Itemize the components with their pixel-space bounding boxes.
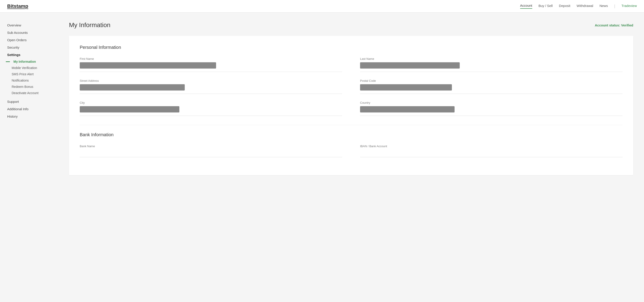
sidebar-item-additional-info[interactable]: Additional Info	[7, 105, 54, 113]
sidebar-sub-menu: My Information Mobile Verification SMS P…	[7, 59, 54, 96]
header: Bitstamp Account Buy / Sell Deposit With…	[0, 0, 644, 13]
country-value	[360, 106, 622, 116]
first-name-field: First Name	[80, 57, 342, 72]
sidebar-item-security[interactable]: Security	[7, 44, 54, 51]
account-status: Account status: Verified	[595, 23, 633, 27]
page-wrapper: Overview Sub Accounts Open Orders Securi…	[0, 13, 644, 302]
sidebar-item-open-orders[interactable]: Open Orders	[7, 36, 54, 44]
first-name-bar	[80, 62, 216, 69]
city-bar	[80, 106, 179, 112]
account-status-value: Verified	[621, 23, 633, 27]
nav-account[interactable]: Account	[520, 4, 532, 9]
nav-withdrawal[interactable]: Withdrawal	[576, 4, 593, 9]
street-address-bar	[80, 84, 185, 91]
first-name-label: First Name	[80, 57, 342, 61]
sidebar-item-notifications[interactable]: Notifications	[12, 77, 54, 84]
logo[interactable]: Bitstamp	[7, 3, 28, 9]
sidebar-item-settings[interactable]: Settings	[7, 51, 54, 59]
sidebar-item-overview[interactable]: Overview	[7, 22, 54, 29]
bank-name-value	[80, 150, 342, 157]
bank-info-grid: Bank Name IBAN / Bank Account	[80, 145, 622, 157]
personal-info-grid: First Name Last Name Street Address	[80, 57, 622, 116]
nav-tradeview[interactable]: Tradeview	[622, 4, 637, 9]
nav-buy-sell[interactable]: Buy / Sell	[538, 4, 553, 9]
country-label: Country	[360, 101, 622, 104]
postal-code-value	[360, 84, 622, 94]
city-value	[80, 106, 342, 116]
sidebar-item-redeem-bonus[interactable]: Redeem Bonus	[12, 84, 54, 90]
last-name-bar	[360, 62, 460, 69]
sidebar-item-sms-price-alert[interactable]: SMS Price Alert	[12, 71, 54, 77]
iban-field: IBAN / Bank Account	[360, 145, 622, 157]
main-nav: Account Buy / Sell Deposit Withdrawal Ne…	[520, 4, 637, 9]
bank-name-field: Bank Name	[80, 145, 342, 157]
bank-info-title: Bank Information	[80, 132, 622, 137]
country-field: Country	[360, 101, 622, 116]
info-card: Personal Information First Name Last Nam…	[69, 36, 633, 175]
first-name-value	[80, 62, 342, 72]
city-field: City	[80, 101, 342, 116]
street-address-label: Street Address	[80, 79, 342, 83]
street-address-value	[80, 84, 342, 94]
personal-info-title: Personal Information	[80, 45, 622, 50]
city-label: City	[80, 101, 342, 104]
sidebar: Overview Sub Accounts Open Orders Securi…	[0, 13, 58, 302]
sidebar-item-sub-accounts[interactable]: Sub Accounts	[7, 29, 54, 36]
page-header: My Information Account status: Verified	[69, 22, 633, 29]
nav-deposit[interactable]: Deposit	[559, 4, 570, 9]
iban-label: IBAN / Bank Account	[360, 145, 622, 148]
sidebar-item-support[interactable]: Support	[7, 98, 54, 105]
section-divider	[80, 125, 622, 125]
sidebar-item-my-information[interactable]: My Information	[12, 59, 54, 65]
street-address-field: Street Address	[80, 79, 342, 94]
page-title: My Information	[69, 22, 110, 29]
iban-value	[360, 150, 622, 157]
last-name-label: Last Name	[360, 57, 622, 61]
main-content: My Information Account status: Verified …	[58, 13, 644, 302]
active-indicator	[6, 61, 10, 62]
postal-code-label: Postal Code	[360, 79, 622, 83]
last-name-field: Last Name	[360, 57, 622, 72]
sidebar-item-mobile-verification[interactable]: Mobile Verification	[12, 65, 54, 71]
sidebar-item-deactivate-account[interactable]: Deactivate Account	[12, 90, 54, 96]
postal-code-bar	[360, 84, 452, 91]
sidebar-item-history[interactable]: History	[7, 113, 54, 120]
country-bar	[360, 106, 454, 112]
nav-news[interactable]: News	[600, 4, 608, 9]
last-name-value	[360, 62, 622, 72]
bank-name-label: Bank Name	[80, 145, 342, 148]
nav-divider: |	[614, 4, 615, 9]
postal-code-field: Postal Code	[360, 79, 622, 94]
